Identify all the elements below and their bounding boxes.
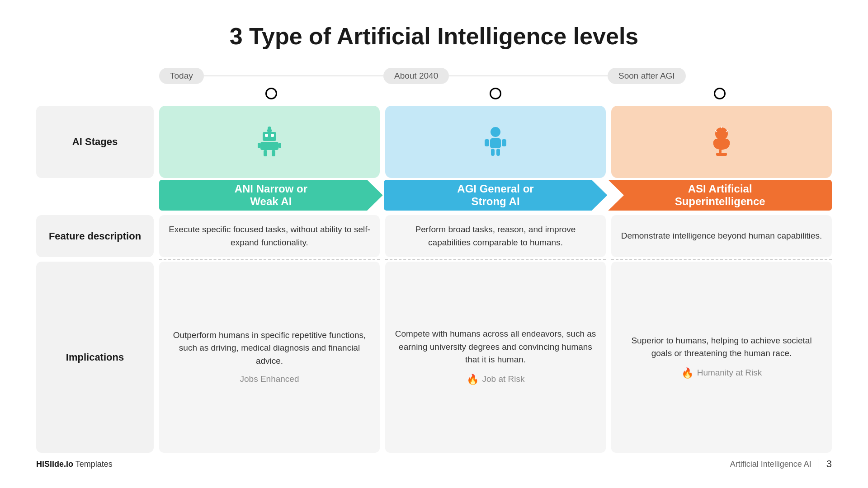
implications-label: Implications: [66, 352, 124, 363]
svg-rect-13: [502, 139, 506, 146]
agi-card: [385, 106, 606, 178]
svg-rect-5: [278, 143, 281, 148]
asi-card: [611, 106, 832, 178]
asi-icon-box: [611, 106, 832, 178]
ani-arrow-label: ANI Narrow orWeak AI: [159, 180, 383, 211]
svg-rect-2: [271, 134, 274, 137]
divider-ani: [159, 259, 380, 260]
svg-rect-17: [719, 150, 722, 153]
feature-row: Feature description Execute specific foc…: [36, 215, 832, 257]
stages-row: AI Stages: [36, 106, 832, 178]
svg-rect-6: [264, 150, 267, 156]
timeline-item-asi: Soon after AGI: [608, 68, 832, 99]
implications-label-cell: Implications: [36, 262, 154, 453]
ani-arrow: ANI Narrow orWeak AI: [159, 180, 383, 211]
implications-asi: Superior to humans, helping to achieve s…: [611, 262, 832, 453]
svg-rect-7: [272, 150, 275, 156]
feature-ani: Execute specific focused tasks, without …: [159, 215, 380, 257]
implications-row: Implications Outperform humans in specif…: [36, 262, 832, 453]
agi-icon-box: [385, 106, 606, 178]
timeline-dot-ani: [265, 88, 277, 99]
svg-point-16: [715, 127, 728, 140]
svg-rect-4: [258, 143, 260, 148]
svg-rect-15: [496, 149, 500, 156]
agi-arrow: AGI General orStrong AI: [384, 180, 608, 211]
footer-brand: HiSlide.io Templates: [36, 460, 113, 469]
footer: HiSlide.io Templates Artificial Intellig…: [36, 453, 832, 470]
timeline-label-2040: About 2040: [383, 68, 449, 84]
timeline-item-ani: Today: [159, 68, 383, 99]
feature-label: Feature description: [49, 230, 141, 242]
timeline-dot-asi: [714, 88, 726, 99]
stages-cards: [159, 106, 832, 178]
implications-agi: Compete with humans across all endeavors…: [385, 262, 606, 453]
footer-divider: [819, 459, 819, 469]
implications-ani: Outperform humans in specific repetitive…: [159, 262, 380, 453]
feature-label-cell: Feature description: [36, 215, 154, 257]
svg-rect-1: [265, 134, 268, 137]
svg-rect-12: [485, 139, 489, 146]
asi-arrow: ASI ArtificialSuperintelligence: [608, 180, 832, 211]
footer-right: Artificial Intelligence AI 3: [730, 458, 832, 470]
divider-row: [159, 259, 832, 260]
risk-label-ani: Jobs Enhanced: [240, 373, 299, 386]
stages-label: AI Stages: [72, 136, 118, 148]
feature-asi: Demonstrate intelligence beyond human ca…: [611, 215, 832, 257]
divider-agi: [385, 259, 606, 260]
feature-cells: Execute specific focused tasks, without …: [159, 215, 832, 257]
divider-asi: [611, 259, 832, 260]
timeline-item-agi: About 2040: [383, 68, 608, 99]
ani-icon-box: [159, 106, 380, 178]
risk-label-agi: 🔥 Job at Risk: [467, 372, 525, 387]
svg-point-9: [268, 127, 271, 130]
svg-rect-14: [491, 149, 495, 156]
agi-arrow-label: AGI General orStrong AI: [384, 180, 608, 211]
svg-rect-3: [260, 142, 278, 150]
arrow-labels-row: ANI Narrow orWeak AI AGI General orStron…: [159, 180, 832, 211]
ani-icon: [251, 124, 288, 160]
agi-icon: [477, 124, 514, 160]
risk-label-asi: 🔥 Humanity at Risk: [681, 366, 762, 380]
asi-icon: [703, 124, 740, 160]
slide-title: 3 Type of Artificial Intelligence levels: [36, 23, 832, 50]
svg-rect-18: [716, 153, 727, 156]
feature-agi: Perform broad tasks, reason, and improve…: [385, 215, 606, 257]
implications-cells: Outperform humans in specific repetitive…: [159, 262, 832, 453]
svg-rect-11: [490, 138, 501, 148]
ani-card: [159, 106, 380, 178]
flame-icon-asi: 🔥: [681, 366, 693, 380]
flame-icon-agi: 🔥: [467, 372, 479, 387]
timeline-dot-agi: [490, 88, 501, 99]
svg-rect-0: [263, 132, 276, 141]
stages-label-cell: AI Stages: [36, 106, 154, 178]
timeline-label-today: Today: [159, 68, 204, 84]
asi-arrow-label: ASI ArtificialSuperintelligence: [608, 180, 832, 211]
timeline-label-soon: Soon after AGI: [608, 68, 686, 84]
svg-point-10: [491, 127, 500, 137]
